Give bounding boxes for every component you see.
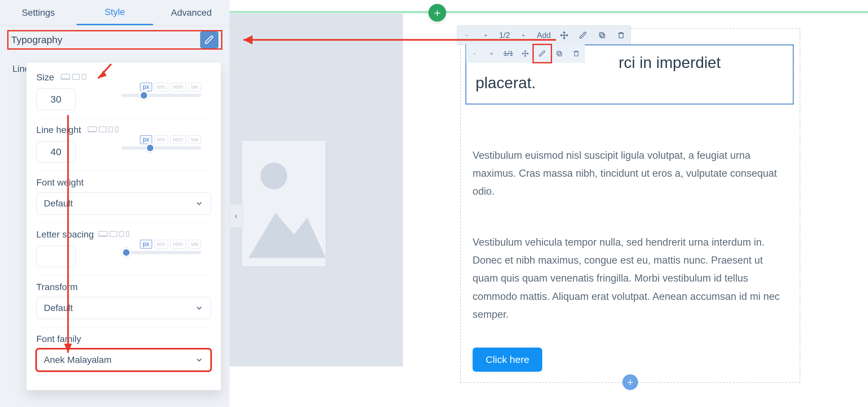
size-label: Size xyxy=(36,72,54,82)
minus-icon[interactable]: － xyxy=(466,45,483,62)
font-weight-label: Font weight xyxy=(36,177,211,188)
chevron-down-icon xyxy=(195,199,204,208)
duplicate-icon[interactable] xyxy=(551,45,568,62)
image-column[interactable] xyxy=(229,14,403,367)
column-ratio: 1/2 xyxy=(495,26,514,45)
transform-select[interactable]: Default xyxy=(36,297,211,319)
collapse-panel-button[interactable]: ‹ xyxy=(229,204,243,228)
svg-point-0 xyxy=(260,163,287,190)
font-family-value: Anek Malayalam xyxy=(44,355,112,365)
unit-em[interactable]: em xyxy=(154,240,168,248)
svg-rect-2 xyxy=(601,34,605,38)
letter-spacing-input[interactable] xyxy=(36,246,75,267)
paragraph-1[interactable]: Vestibulum euismod nisl suscipit ligula … xyxy=(473,146,790,201)
svg-marker-1 xyxy=(249,213,326,258)
unit-rem[interactable]: rem xyxy=(170,240,186,248)
inspector-panel: Settings Style Advanced Typography Line … xyxy=(0,0,229,407)
svg-rect-5 xyxy=(558,52,562,56)
unit-em[interactable]: em xyxy=(154,82,168,92)
letter-spacing-label: Letter spacing xyxy=(36,229,94,239)
font-weight-group: Font weight Default xyxy=(36,171,211,223)
transform-group: Transform Default xyxy=(36,275,211,327)
image-placeholder[interactable] xyxy=(241,140,327,267)
responsive-toggle[interactable] xyxy=(98,231,129,237)
unit-rem[interactable]: rem xyxy=(170,135,186,144)
unit-vw[interactable]: vw xyxy=(188,82,201,92)
paragraph-2[interactable]: Vestibulum vehicula tempor nulla, sed he… xyxy=(473,233,790,324)
typography-flyout: Size px em rem vw 30 Line height px em r… xyxy=(26,62,221,391)
chevron-down-icon xyxy=(195,356,204,364)
unit-px[interactable]: px xyxy=(140,135,152,144)
image-icon xyxy=(242,140,326,267)
element-ratio: 1/1 xyxy=(500,45,517,62)
font-family-label: Font family xyxy=(36,334,211,344)
tab-style[interactable]: Style xyxy=(76,0,153,25)
pencil-icon[interactable] xyxy=(534,45,551,62)
svg-rect-7 xyxy=(574,52,578,56)
size-group: Size px em rem vw 30 xyxy=(36,66,211,118)
font-family-group: Font family Anek Malayalam xyxy=(36,327,211,379)
line-height-label: Line height xyxy=(36,125,81,135)
cta-button[interactable]: Click here xyxy=(473,347,542,372)
trash-icon[interactable] xyxy=(612,26,630,45)
minus-icon[interactable]: － xyxy=(457,26,476,45)
pencil-icon[interactable] xyxy=(574,26,593,45)
lh-units[interactable]: px em rem vw xyxy=(140,135,201,144)
trash-icon[interactable] xyxy=(568,45,585,62)
line-height-group: Line height px em rem vw 40 xyxy=(36,118,211,171)
unit-em[interactable]: em xyxy=(154,135,168,144)
typography-section-header[interactable]: Typography xyxy=(7,30,222,49)
duplicate-icon[interactable] xyxy=(593,26,612,45)
move-icon[interactable] xyxy=(555,26,574,45)
responsive-toggle[interactable] xyxy=(88,127,118,132)
transform-label: Transform xyxy=(36,282,211,292)
unit-rem[interactable]: rem xyxy=(170,82,186,92)
typography-label: Typography xyxy=(11,34,200,45)
size-input[interactable]: 30 xyxy=(36,89,75,110)
element-toolbar: － ＋ 1/1 xyxy=(466,44,585,63)
tab-settings[interactable]: Settings xyxy=(0,0,76,25)
unit-vw[interactable]: vw xyxy=(188,240,201,248)
unit-px[interactable]: px xyxy=(140,82,152,92)
text-column[interactable]: － ＋ 1/2 ＋ Add － ＋ 1/1 Lorem ipsum dolor … xyxy=(460,28,800,383)
letter-spacing-group: Letter spacing px em rem vw xyxy=(36,223,211,275)
add-label[interactable]: Add xyxy=(533,26,555,45)
svg-rect-4 xyxy=(619,33,623,38)
size-units[interactable]: px em rem vw xyxy=(140,82,201,92)
font-weight-select[interactable]: Default xyxy=(36,193,211,214)
inspector-tabs: Settings Style Advanced xyxy=(0,0,229,26)
svg-rect-6 xyxy=(557,51,560,55)
chevron-down-icon xyxy=(195,304,204,312)
svg-rect-3 xyxy=(599,33,603,37)
pencil-icon[interactable] xyxy=(200,31,218,48)
responsive-toggle[interactable] xyxy=(61,74,86,80)
unit-vw[interactable]: vw xyxy=(188,135,201,144)
transform-value: Default xyxy=(44,303,73,313)
add-element-button[interactable]: ＋ xyxy=(622,374,638,390)
ls-units[interactable]: px em rem vw xyxy=(140,240,201,248)
section-divider xyxy=(229,11,868,13)
editor-canvas: ＋ ‹ － ＋ 1/2 ＋ Add － ＋ 1/1 xyxy=(229,0,868,407)
size-slider[interactable] xyxy=(121,94,201,97)
plus-icon[interactable]: ＋ xyxy=(476,26,495,45)
row-toolbar: － ＋ 1/2 ＋ Add xyxy=(457,26,631,45)
font-family-select[interactable]: Anek Malayalam xyxy=(36,349,211,371)
line-height-input[interactable]: 40 xyxy=(36,141,75,163)
unit-px[interactable]: px xyxy=(140,240,152,248)
plus-icon[interactable]: ＋ xyxy=(514,26,533,45)
line-height-slider[interactable] xyxy=(121,146,201,149)
letter-spacing-slider[interactable] xyxy=(121,251,201,254)
move-icon[interactable] xyxy=(517,45,534,62)
plus-icon[interactable]: ＋ xyxy=(483,45,500,62)
add-section-button[interactable]: ＋ xyxy=(428,4,446,22)
font-weight-value: Default xyxy=(44,198,73,209)
tab-advanced[interactable]: Advanced xyxy=(153,0,229,25)
